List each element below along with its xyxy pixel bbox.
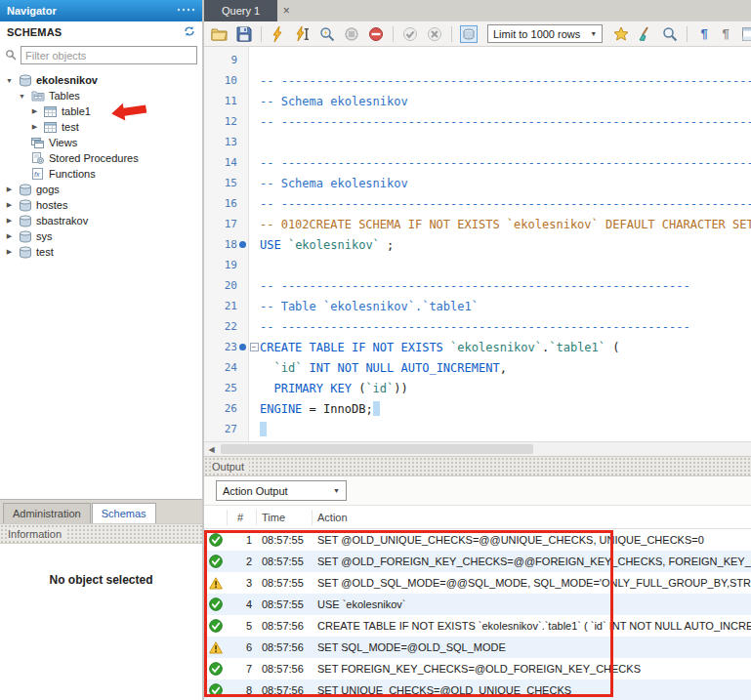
editor-line: 16-- -----------------------------------…: [204, 193, 751, 214]
schema-tree: ▼ekolesnikov▼Tables▶table1▶testViewsStor…: [0, 67, 202, 499]
output-row[interactable]: 608:57:56SET SQL_MODE=@OLD_SQL_MODE: [204, 637, 751, 658]
expand-arrow-icon[interactable]: ▶: [5, 217, 14, 225]
execute-statement-icon[interactable]: [292, 24, 313, 44]
information-header: Information: [0, 523, 202, 544]
limit-rows-dropdown[interactable]: Limit to 1000 rows ▼: [487, 24, 603, 43]
column-header-time[interactable]: Time: [257, 510, 313, 525]
tree-item-functions[interactable]: fxFunctions: [0, 166, 202, 182]
panels-icon[interactable]: [739, 24, 751, 44]
success-icon: [204, 597, 228, 611]
row-number: 8: [228, 684, 257, 696]
no-object-selected-text: No object selected: [49, 573, 152, 700]
tree-item-stored-procedures[interactable]: Stored Procedures: [0, 150, 202, 166]
output-row[interactable]: 208:57:55SET @OLD_FOREIGN_KEY_CHECKS=@@F…: [204, 551, 751, 572]
limit-rows-label: Limit to 1000 rows: [493, 28, 580, 40]
toolbar-separator: [393, 26, 394, 42]
explain-icon[interactable]: [316, 24, 338, 44]
tree-item-test[interactable]: ▶test: [0, 119, 202, 135]
toolbar-separator: [261, 26, 262, 42]
find-icon[interactable]: [659, 24, 681, 44]
expand-arrow-icon[interactable]: ▶: [30, 107, 39, 115]
output-view-label: Action Output: [223, 485, 288, 497]
tree-item-ekolesnikov[interactable]: ▼ekolesnikov: [0, 72, 202, 88]
execute-script-icon[interactable]: [268, 24, 289, 44]
scrollbar-thumb[interactable]: [221, 444, 533, 454]
tree-item-hostes[interactable]: ▶hostes: [0, 197, 202, 213]
column-header-number[interactable]: #: [228, 510, 257, 525]
tree-item-sbastrakov[interactable]: ▶sbastrakov: [0, 213, 202, 228]
editor-tabstrip: Query 1 ×: [204, 0, 751, 21]
column-header-label: Action: [317, 512, 348, 523]
collapse-arrow-icon[interactable]: ▼: [18, 93, 26, 100]
editor-line: 25 PRIMARY KEY (`id`)): [204, 378, 751, 398]
filter-row: [0, 43, 202, 67]
collapse-arrow-icon[interactable]: ▼: [5, 77, 14, 84]
editor-line: 13: [204, 132, 751, 152]
navigator-panel: Navigator SCHEMAS ▼ekolesnikov▼Tables▶ta…: [0, 0, 204, 700]
beautify-icon[interactable]: [635, 24, 656, 44]
editor-hscrollbar[interactable]: ◀: [204, 441, 751, 456]
output-toolbar: Action Output ▼: [204, 476, 751, 506]
output-row[interactable]: 108:57:55SET @OLD_UNIQUE_CHECKS=@@UNIQUE…: [204, 529, 751, 551]
save-icon[interactable]: [233, 24, 255, 44]
output-row[interactable]: 808:57:56SET UNIQUE_CHECKS=@OLD_UNIQUE_C…: [204, 679, 751, 700]
autocommit-icon[interactable]: [458, 24, 480, 44]
line-number: 22: [204, 320, 237, 333]
tree-item-label: Views: [49, 137, 77, 148]
panel-grip-icon[interactable]: [176, 5, 195, 17]
expand-arrow-icon[interactable]: ▶: [30, 123, 39, 131]
stop-on-error-icon[interactable]: [365, 24, 387, 44]
table-icon: [43, 106, 58, 117]
output-rows: 108:57:55SET @OLD_UNIQUE_CHECKS=@@UNIQUE…: [204, 529, 751, 700]
stop-icon[interactable]: [341, 24, 362, 44]
code-text: -- -------------------------------------…: [260, 156, 751, 170]
row-number: 7: [228, 663, 257, 675]
sql-editor[interactable]: 910-- ----------------------------------…: [204, 47, 751, 441]
filter-input[interactable]: [21, 46, 197, 64]
editor-line: 19: [204, 255, 751, 275]
tree-item-sys[interactable]: ▶sys: [0, 228, 202, 244]
row-time: 08:57:55: [257, 556, 313, 567]
code-text: -- Schema ekolesnikov: [260, 95, 408, 108]
commit-icon[interactable]: [399, 24, 421, 44]
tree-item-views[interactable]: Views: [0, 135, 202, 150]
invisibles-icon[interactable]: ¶: [693, 24, 715, 44]
line-number: 20: [204, 279, 237, 292]
output-row[interactable]: 308:57:55SET @OLD_SQL_MODE=@@SQL_MODE, S…: [204, 572, 751, 594]
line-number: 24: [204, 361, 237, 374]
scrollbar-track[interactable]: [219, 442, 751, 456]
refresh-icon[interactable]: [184, 25, 195, 39]
editor-line: 9: [204, 50, 751, 70]
rollback-icon[interactable]: [424, 24, 445, 44]
action-output-table: # Time Action 108:57:55SET @OLD_UNIQUE_C…: [204, 506, 751, 700]
output-view-dropdown[interactable]: Action Output ▼: [216, 480, 347, 501]
expand-arrow-icon[interactable]: ▶: [5, 248, 14, 256]
tree-item-label: test: [36, 246, 54, 258]
tab-administration[interactable]: Administration: [3, 503, 91, 523]
mysql-workbench-window: Navigator SCHEMAS ▼ekolesnikov▼Tables▶ta…: [0, 0, 751, 700]
tree-item-tables[interactable]: ▼Tables: [0, 88, 202, 103]
output-row[interactable]: 708:57:56SET FOREIGN_KEY_CHECKS=@OLD_FOR…: [204, 658, 751, 679]
wrap-icon[interactable]: ¶: [715, 24, 736, 44]
query-tab[interactable]: Query 1: [204, 0, 277, 21]
open-script-icon[interactable]: [209, 24, 230, 44]
expand-arrow-icon[interactable]: ▶: [5, 185, 14, 193]
expand-arrow-icon[interactable]: ▶: [5, 232, 14, 240]
row-action: CREATE TABLE IF NOT EXISTS `ekolesnikov`…: [313, 620, 751, 632]
code-text: -- -------------------------------------…: [260, 197, 751, 211]
row-number: 4: [228, 598, 257, 610]
output-row[interactable]: 508:57:56CREATE TABLE IF NOT EXISTS `eko…: [204, 615, 751, 637]
tab-schemas[interactable]: Schemas: [92, 503, 156, 523]
code-text: -- -------------------------------------…: [260, 279, 690, 293]
expand-arrow-icon[interactable]: ▶: [5, 201, 14, 209]
tree-item-table1[interactable]: ▶table1: [0, 103, 202, 119]
save-snippet-icon[interactable]: [610, 24, 632, 44]
line-number: 12: [204, 115, 237, 128]
scroll-left-icon[interactable]: ◀: [204, 442, 219, 456]
tree-item-test[interactable]: ▶test: [0, 244, 202, 260]
tree-item-gogs[interactable]: ▶gogs: [0, 182, 202, 197]
column-header-action[interactable]: Action: [313, 510, 751, 525]
output-row[interactable]: 408:57:55USE `ekolesnikov`: [204, 594, 751, 615]
close-tab-icon[interactable]: ×: [277, 0, 295, 21]
fold-collapse-icon[interactable]: −: [248, 343, 260, 351]
